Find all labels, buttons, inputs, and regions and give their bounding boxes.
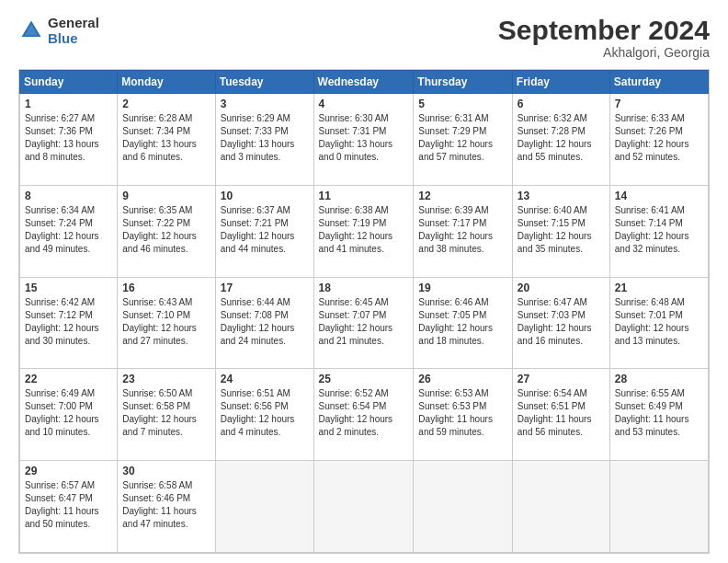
day-number: 24 xyxy=(221,373,309,385)
calendar-week-row: 22Sunrise: 6:49 AMSunset: 7:00 PMDayligh… xyxy=(20,369,709,461)
day-info: Sunrise: 6:28 AMSunset: 7:34 PMDaylight:… xyxy=(122,112,210,164)
title-block: September 2024 Akhalgori, Georgia xyxy=(498,15,710,60)
col-wednesday: Wednesday xyxy=(313,71,414,94)
day-number: 7 xyxy=(615,98,703,110)
day-info: Sunrise: 6:54 AMSunset: 6:51 PMDaylight:… xyxy=(518,387,605,439)
table-row: 24Sunrise: 6:51 AMSunset: 6:56 PMDayligh… xyxy=(215,369,313,461)
table-row xyxy=(215,461,313,553)
col-saturday: Saturday xyxy=(609,71,708,94)
day-number: 4 xyxy=(319,98,409,110)
table-row: 30Sunrise: 6:58 AMSunset: 6:46 PMDayligh… xyxy=(118,461,215,553)
calendar-body: 1Sunrise: 6:27 AMSunset: 7:36 PMDaylight… xyxy=(20,94,709,553)
table-row: 11Sunrise: 6:38 AMSunset: 7:19 PMDayligh… xyxy=(313,185,414,277)
table-row: 27Sunrise: 6:54 AMSunset: 6:51 PMDayligh… xyxy=(512,369,609,461)
day-info: Sunrise: 6:43 AMSunset: 7:10 PMDaylight:… xyxy=(122,296,210,348)
day-number: 12 xyxy=(418,190,506,202)
day-info: Sunrise: 6:57 AMSunset: 6:47 PMDaylight:… xyxy=(25,479,112,531)
col-friday: Friday xyxy=(512,71,609,94)
day-number: 16 xyxy=(122,282,210,294)
table-row: 3Sunrise: 6:29 AMSunset: 7:33 PMDaylight… xyxy=(215,94,313,186)
day-number: 2 xyxy=(122,98,210,110)
table-row: 2Sunrise: 6:28 AMSunset: 7:34 PMDaylight… xyxy=(118,94,215,186)
day-number: 28 xyxy=(615,373,703,385)
col-thursday: Thursday xyxy=(414,71,512,94)
table-row xyxy=(609,461,708,553)
calendar-week-row: 8Sunrise: 6:34 AMSunset: 7:24 PMDaylight… xyxy=(20,185,709,277)
day-number: 8 xyxy=(25,190,112,202)
day-number: 27 xyxy=(518,373,605,385)
day-number: 15 xyxy=(25,282,112,294)
day-info: Sunrise: 6:58 AMSunset: 6:46 PMDaylight:… xyxy=(122,479,210,531)
day-number: 30 xyxy=(122,465,210,477)
day-info: Sunrise: 6:47 AMSunset: 7:03 PMDaylight:… xyxy=(518,296,605,348)
logo-text: General Blue xyxy=(48,15,99,46)
calendar-header: Sunday Monday Tuesday Wednesday Thursday… xyxy=(20,71,709,94)
calendar-table: Sunday Monday Tuesday Wednesday Thursday… xyxy=(19,70,709,553)
day-info: Sunrise: 6:46 AMSunset: 7:05 PMDaylight:… xyxy=(418,296,506,348)
day-number: 18 xyxy=(319,282,409,294)
day-info: Sunrise: 6:37 AMSunset: 7:21 PMDaylight:… xyxy=(221,204,309,256)
table-row: 13Sunrise: 6:40 AMSunset: 7:15 PMDayligh… xyxy=(512,185,609,277)
logo: General Blue xyxy=(18,15,99,46)
day-number: 19 xyxy=(418,282,506,294)
day-number: 11 xyxy=(319,190,409,202)
day-number: 10 xyxy=(221,190,309,202)
day-info: Sunrise: 6:38 AMSunset: 7:19 PMDaylight:… xyxy=(319,204,409,256)
day-info: Sunrise: 6:51 AMSunset: 6:56 PMDaylight:… xyxy=(221,387,309,439)
day-number: 3 xyxy=(221,98,309,110)
day-info: Sunrise: 6:45 AMSunset: 7:07 PMDaylight:… xyxy=(319,296,409,348)
day-number: 5 xyxy=(418,98,506,110)
table-row: 1Sunrise: 6:27 AMSunset: 7:36 PMDaylight… xyxy=(20,94,118,186)
table-row: 17Sunrise: 6:44 AMSunset: 7:08 PMDayligh… xyxy=(215,277,313,369)
table-row: 29Sunrise: 6:57 AMSunset: 6:47 PMDayligh… xyxy=(20,461,118,553)
day-number: 13 xyxy=(518,190,605,202)
day-info: Sunrise: 6:48 AMSunset: 7:01 PMDaylight:… xyxy=(615,296,703,348)
day-number: 21 xyxy=(615,282,703,294)
day-info: Sunrise: 6:49 AMSunset: 7:00 PMDaylight:… xyxy=(25,387,112,439)
table-row: 22Sunrise: 6:49 AMSunset: 7:00 PMDayligh… xyxy=(20,369,118,461)
day-number: 6 xyxy=(518,98,605,110)
col-tuesday: Tuesday xyxy=(215,71,313,94)
day-number: 20 xyxy=(518,282,605,294)
table-row: 26Sunrise: 6:53 AMSunset: 6:53 PMDayligh… xyxy=(414,369,512,461)
table-row: 21Sunrise: 6:48 AMSunset: 7:01 PMDayligh… xyxy=(609,277,708,369)
calendar-week-row: 1Sunrise: 6:27 AMSunset: 7:36 PMDaylight… xyxy=(20,94,709,186)
day-number: 23 xyxy=(122,373,210,385)
calendar-week-row: 15Sunrise: 6:42 AMSunset: 7:12 PMDayligh… xyxy=(20,277,709,369)
table-row: 20Sunrise: 6:47 AMSunset: 7:03 PMDayligh… xyxy=(512,277,609,369)
location-subtitle: Akhalgori, Georgia xyxy=(498,45,710,60)
day-number: 22 xyxy=(25,373,112,385)
table-row xyxy=(512,461,609,553)
calendar-week-row: 29Sunrise: 6:57 AMSunset: 6:47 PMDayligh… xyxy=(20,461,709,553)
table-row: 10Sunrise: 6:37 AMSunset: 7:21 PMDayligh… xyxy=(215,185,313,277)
day-number: 1 xyxy=(25,98,112,110)
col-monday: Monday xyxy=(118,71,215,94)
table-row: 19Sunrise: 6:46 AMSunset: 7:05 PMDayligh… xyxy=(414,277,512,369)
calendar: Sunday Monday Tuesday Wednesday Thursday… xyxy=(18,69,710,554)
header: General Blue September 2024 Akhalgori, G… xyxy=(18,15,710,60)
table-row xyxy=(313,461,414,553)
day-info: Sunrise: 6:35 AMSunset: 7:22 PMDaylight:… xyxy=(122,204,210,256)
table-row: 25Sunrise: 6:52 AMSunset: 6:54 PMDayligh… xyxy=(313,369,414,461)
table-row: 4Sunrise: 6:30 AMSunset: 7:31 PMDaylight… xyxy=(313,94,414,186)
logo-icon xyxy=(18,17,44,43)
day-info: Sunrise: 6:39 AMSunset: 7:17 PMDaylight:… xyxy=(418,204,506,256)
day-info: Sunrise: 6:44 AMSunset: 7:08 PMDaylight:… xyxy=(221,296,309,348)
day-number: 14 xyxy=(615,190,703,202)
day-info: Sunrise: 6:53 AMSunset: 6:53 PMDaylight:… xyxy=(418,387,506,439)
table-row: 15Sunrise: 6:42 AMSunset: 7:12 PMDayligh… xyxy=(20,277,118,369)
table-row: 9Sunrise: 6:35 AMSunset: 7:22 PMDaylight… xyxy=(118,185,215,277)
header-row: Sunday Monday Tuesday Wednesday Thursday… xyxy=(20,71,709,94)
day-info: Sunrise: 6:33 AMSunset: 7:26 PMDaylight:… xyxy=(615,112,703,164)
day-info: Sunrise: 6:31 AMSunset: 7:29 PMDaylight:… xyxy=(418,112,506,164)
day-info: Sunrise: 6:50 AMSunset: 6:58 PMDaylight:… xyxy=(122,387,210,439)
table-row: 14Sunrise: 6:41 AMSunset: 7:14 PMDayligh… xyxy=(609,185,708,277)
table-row: 23Sunrise: 6:50 AMSunset: 6:58 PMDayligh… xyxy=(118,369,215,461)
day-info: Sunrise: 6:30 AMSunset: 7:31 PMDaylight:… xyxy=(319,112,409,164)
month-title: September 2024 xyxy=(498,15,710,45)
day-info: Sunrise: 6:32 AMSunset: 7:28 PMDaylight:… xyxy=(518,112,605,164)
table-row xyxy=(414,461,512,553)
calendar-page: General Blue September 2024 Akhalgori, G… xyxy=(0,0,728,563)
day-info: Sunrise: 6:29 AMSunset: 7:33 PMDaylight:… xyxy=(221,112,309,164)
table-row: 8Sunrise: 6:34 AMSunset: 7:24 PMDaylight… xyxy=(20,185,118,277)
